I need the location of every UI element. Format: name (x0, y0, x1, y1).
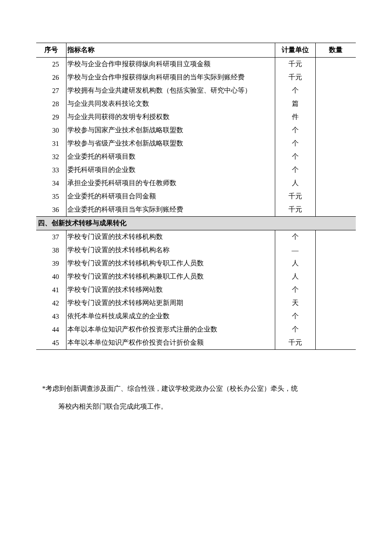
row-unit: 个 (275, 84, 315, 97)
row-unit: 个 (275, 124, 315, 137)
footnote-line2: 筹校内相关部门联合完成此项工作。 (45, 398, 356, 416)
section-title: 四、创新技术转移与成果转化 (36, 217, 356, 230)
row-qty (315, 110, 356, 124)
row-unit: 人 (275, 177, 315, 190)
row-name: 学校参与省级产业技术创新战略联盟数 (66, 137, 275, 150)
row-qty (315, 58, 356, 71)
row-num: 32 (36, 150, 66, 163)
table-row: 45本年以本单位知识产权作价投资合计折价金额千元 (36, 336, 356, 350)
row-num: 35 (36, 190, 66, 203)
row-name: 学校拥有与企业共建研发机构数（包括实验室、研究中心等） (66, 84, 275, 97)
row-unit: 人 (275, 257, 315, 270)
row-qty (315, 323, 356, 336)
table-row: 44本年以本单位知识产权作价投资形式注册的企业数个 (36, 323, 356, 336)
row-unit: 个 (275, 163, 315, 177)
row-name: 企业委托的科研项目当年实际到账经费 (66, 203, 275, 217)
row-unit: 千元 (275, 336, 315, 350)
table-row: 25学校与企业合作申报获得纵向科研项目立项金额千元 (36, 58, 356, 71)
table-row: 43依托本单位科技成果成立的企业数个 (36, 310, 356, 323)
row-name: 本年以本单位知识产权作价投资合计折价金额 (66, 336, 275, 350)
table-row: 29与企业共同获得的发明专利授权数件 (36, 110, 356, 124)
row-num: 40 (36, 270, 66, 283)
row-qty (315, 296, 356, 310)
table-row: 36企业委托的科研项目当年实际到账经费千元 (36, 203, 356, 217)
row-num: 37 (36, 230, 66, 244)
row-unit: 个 (275, 310, 315, 323)
table-row: 40学校专门设置的技术转移机构兼职工作人员数人 (36, 270, 356, 283)
table-row: 35企业委托的科研项目合同金额千元 (36, 190, 356, 203)
table-row: 31学校参与省级产业技术创新战略联盟数个 (36, 137, 356, 150)
row-num: 36 (36, 203, 66, 217)
row-name: 学校专门设置的技术转移网站更新周期 (66, 296, 275, 310)
row-qty (315, 150, 356, 163)
row-qty (315, 270, 356, 283)
row-num: 41 (36, 283, 66, 296)
row-name: 企业委托的科研项目数 (66, 150, 275, 163)
row-num: 44 (36, 323, 66, 336)
row-num: 38 (36, 244, 66, 257)
row-num: 42 (36, 296, 66, 310)
row-num: 28 (36, 97, 66, 110)
table-row: 27学校拥有与企业共建研发机构数（包括实验室、研究中心等）个 (36, 84, 356, 97)
table-row: 34承担企业委托科研项目的专任教师数人 (36, 177, 356, 190)
row-qty (315, 97, 356, 110)
table-row: 41学校专门设置的技术转移网站数个 (36, 283, 356, 296)
row-unit: 人 (275, 270, 315, 283)
row-qty (315, 257, 356, 270)
row-unit: 个 (275, 137, 315, 150)
row-qty (315, 177, 356, 190)
table-row: 38学校专门设置的技术转移机构名称— (36, 244, 356, 257)
row-num: 27 (36, 84, 66, 97)
row-qty (315, 84, 356, 97)
row-qty (315, 203, 356, 217)
row-qty (315, 244, 356, 257)
row-qty (315, 137, 356, 150)
row-num: 33 (36, 163, 66, 177)
row-qty (315, 283, 356, 296)
row-unit: 个 (275, 230, 315, 244)
row-unit: 千元 (275, 190, 315, 203)
row-qty (315, 124, 356, 137)
row-name: 委托科研项目的企业数 (66, 163, 275, 177)
row-unit: 千元 (275, 58, 315, 71)
row-unit: 千元 (275, 203, 315, 217)
row-unit: 个 (275, 323, 315, 336)
row-unit: — (275, 244, 315, 257)
row-name: 学校专门设置的技术转移机构专职工作人员数 (66, 257, 275, 270)
row-num: 25 (36, 58, 66, 71)
table-row: 37学校专门设置的技术转移机构数个 (36, 230, 356, 244)
table-header-row: 序号 指标名称 计量单位 数量 (36, 43, 356, 58)
table-row: 32企业委托的科研项目数个 (36, 150, 356, 163)
row-name: 学校与企业合作申报获得纵向科研项目立项金额 (66, 58, 275, 71)
table-row: 30学校参与国家产业技术创新战略联盟数个 (36, 124, 356, 137)
indicator-table: 序号 指标名称 计量单位 数量 25学校与企业合作申报获得纵向科研项目立项金额千… (36, 43, 356, 350)
row-unit: 个 (275, 283, 315, 296)
header-unit: 计量单位 (275, 43, 315, 58)
row-name: 学校专门设置的技术转移网站数 (66, 283, 275, 296)
row-qty (315, 163, 356, 177)
row-num: 45 (36, 336, 66, 350)
row-unit: 个 (275, 150, 315, 163)
row-num: 29 (36, 110, 66, 124)
row-name: 与企业共同发表科技论文数 (66, 97, 275, 110)
footnote: *考虑到创新调查涉及面广、综合性强，建议学校党政办公室（校长办公室）牵头，统 筹… (36, 380, 356, 415)
row-num: 30 (36, 124, 66, 137)
row-num: 39 (36, 257, 66, 270)
row-qty (315, 336, 356, 350)
table-row: 28与企业共同发表科技论文数篇 (36, 97, 356, 110)
row-num: 43 (36, 310, 66, 323)
table-row: 42学校专门设置的技术转移网站更新周期天 (36, 296, 356, 310)
footnote-line1: *考虑到创新调查涉及面广、综合性强，建议学校党政办公室（校长办公室）牵头，统 (45, 380, 356, 398)
row-qty (315, 310, 356, 323)
header-num: 序号 (36, 43, 66, 58)
table-row: 33委托科研项目的企业数个 (36, 163, 356, 177)
row-unit: 篇 (275, 97, 315, 110)
row-unit: 千元 (275, 71, 315, 84)
row-name: 学校专门设置的技术转移机构名称 (66, 244, 275, 257)
row-qty (315, 71, 356, 84)
row-num: 31 (36, 137, 66, 150)
row-num: 34 (36, 177, 66, 190)
row-name: 学校与企业合作申报获得纵向科研项目的当年实际到账经费 (66, 71, 275, 84)
table-row: 26学校与企业合作申报获得纵向科研项目的当年实际到账经费千元 (36, 71, 356, 84)
section-row: 四、创新技术转移与成果转化 (36, 217, 356, 230)
